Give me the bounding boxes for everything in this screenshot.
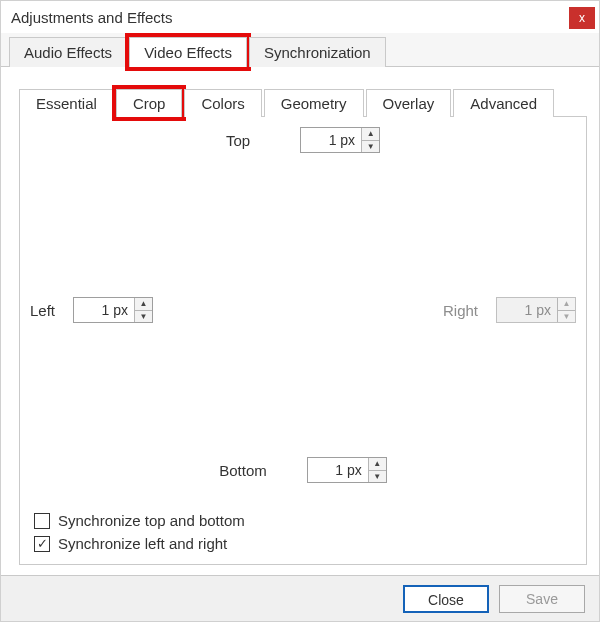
crop-panel: Top 1 px ▲ ▼ Left 1 px ▲ ▼ [19, 117, 587, 565]
crop-bottom-value: 1 px [308, 458, 368, 482]
spin-up-icon[interactable]: ▲ [369, 458, 386, 471]
tab-overlay[interactable]: Overlay [366, 89, 452, 117]
close-icon: x [579, 11, 585, 25]
spin-down-icon[interactable]: ▼ [135, 311, 152, 323]
titlebar: Adjustments and Effects x [1, 1, 599, 33]
sync-left-right-checkbox[interactable]: ✓ Synchronize left and right [34, 535, 245, 552]
checkbox-icon [34, 513, 50, 529]
crop-top-label: Top [226, 132, 250, 149]
crop-right-spinner: 1 px ▲ ▼ [496, 297, 576, 323]
window: Adjustments and Effects x Audio Effects … [0, 0, 600, 622]
save-button: Save [499, 585, 585, 613]
close-button[interactable]: Close [403, 585, 489, 613]
crop-right-label: Right [443, 302, 478, 319]
spin-down-icon: ▼ [558, 311, 575, 323]
sync-top-bottom-checkbox[interactable]: Synchronize top and bottom [34, 512, 245, 529]
crop-top-row: Top 1 px ▲ ▼ [20, 127, 586, 153]
crop-top-spin-buttons: ▲ ▼ [361, 128, 379, 152]
window-title: Adjustments and Effects [11, 9, 172, 26]
crop-mid-row: Left 1 px ▲ ▼ Right 1 px ▲ [30, 297, 576, 323]
crop-right-value: 1 px [497, 298, 557, 322]
crop-left-label: Left [30, 302, 55, 319]
dialog-footer: Close Save [1, 575, 599, 621]
tab-synchronization[interactable]: Synchronization [249, 37, 386, 67]
crop-left-spinner[interactable]: 1 px ▲ ▼ [73, 297, 153, 323]
spin-down-icon[interactable]: ▼ [362, 141, 379, 153]
crop-bottom-spin-buttons: ▲ ▼ [368, 458, 386, 482]
sync-top-bottom-label: Synchronize top and bottom [58, 512, 245, 529]
close-window-button[interactable]: x [569, 7, 595, 29]
sync-checkboxes: Synchronize top and bottom ✓ Synchronize… [34, 506, 245, 552]
tab-audio-effects[interactable]: Audio Effects [9, 37, 127, 67]
crop-bottom-label: Bottom [219, 462, 267, 479]
tab-video-effects[interactable]: Video Effects [129, 37, 247, 67]
tab-colors[interactable]: Colors [184, 89, 261, 117]
tab-geometry[interactable]: Geometry [264, 89, 364, 117]
spin-up-icon: ▲ [558, 298, 575, 311]
spin-up-icon[interactable]: ▲ [362, 128, 379, 141]
secondary-tabs-container: Essential Crop Colors Geometry Overlay A… [1, 67, 599, 565]
crop-left-group: Left 1 px ▲ ▼ [30, 297, 153, 323]
crop-right-group: Right 1 px ▲ ▼ [443, 297, 576, 323]
crop-left-value: 1 px [74, 298, 134, 322]
crop-bottom-spinner[interactable]: 1 px ▲ ▼ [307, 457, 387, 483]
spin-down-icon[interactable]: ▼ [369, 471, 386, 483]
tab-essential[interactable]: Essential [19, 89, 114, 117]
checkbox-checked-icon: ✓ [34, 536, 50, 552]
crop-right-spin-buttons: ▲ ▼ [557, 298, 575, 322]
crop-top-value: 1 px [301, 128, 361, 152]
primary-tabs: Audio Effects Video Effects Synchronizat… [1, 33, 599, 67]
secondary-tabs: Essential Crop Colors Geometry Overlay A… [19, 85, 587, 117]
crop-top-spinner[interactable]: 1 px ▲ ▼ [300, 127, 380, 153]
crop-bottom-row: Bottom 1 px ▲ ▼ [20, 457, 586, 483]
spin-up-icon[interactable]: ▲ [135, 298, 152, 311]
tab-advanced[interactable]: Advanced [453, 89, 554, 117]
crop-left-spin-buttons: ▲ ▼ [134, 298, 152, 322]
tab-crop[interactable]: Crop [116, 89, 183, 117]
sync-left-right-label: Synchronize left and right [58, 535, 227, 552]
